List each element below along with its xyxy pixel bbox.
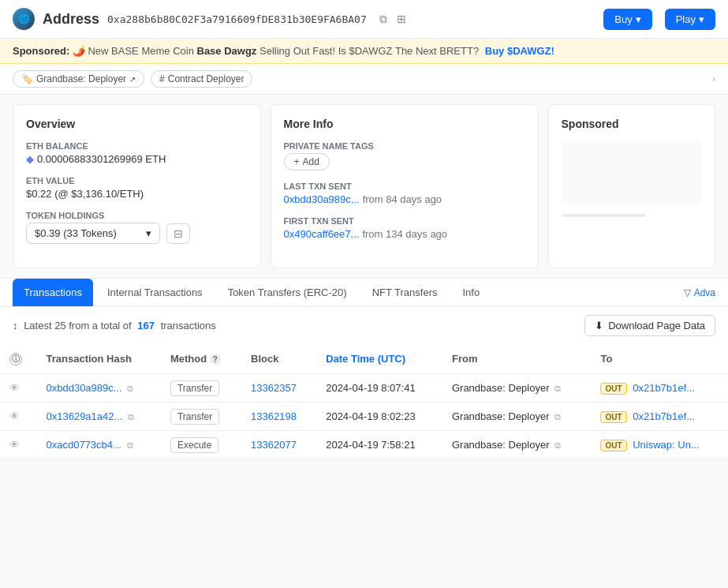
eth-value-row: ETH VALUE $0.22 (@ $3,136.10/ETH) bbox=[26, 176, 248, 200]
buy-button[interactable]: Buy ▾ bbox=[603, 9, 651, 30]
tx-hash-link[interactable]: 0xacd0773cb4... bbox=[46, 439, 121, 451]
eth-balance-row: ETH BALANCE ◆ 0.00006883301269969 ETH bbox=[26, 141, 248, 165]
tab-nft-transfers-label: NFT Transfers bbox=[372, 287, 438, 298]
sort-icon: ↕ bbox=[13, 320, 18, 331]
advanced-filter-button[interactable]: ▽ Adva bbox=[684, 283, 715, 303]
copy-hash-icon[interactable]: ⧉ bbox=[127, 440, 133, 450]
more-info-panel: More Info PRIVATE NAME TAGS + Add LAST T… bbox=[271, 104, 539, 268]
to-address-link[interactable]: 0x21b7b1ef... bbox=[633, 410, 695, 422]
last-txn-hash[interactable]: 0xbdd30a989c... bbox=[284, 193, 360, 205]
filter-icon: ▽ bbox=[684, 287, 691, 298]
block-link[interactable]: 13362357 bbox=[251, 382, 297, 394]
play-button[interactable]: Play ▾ bbox=[665, 9, 715, 30]
play-label: Play bbox=[676, 13, 696, 25]
token-holdings-dropdown[interactable]: $0.39 (33 Tokens) ▾ bbox=[26, 223, 160, 244]
col-eye: ⓘ bbox=[0, 344, 36, 374]
tab-info-label: Info bbox=[462, 287, 480, 298]
table-row: 👁 0xbdd30a989c... ⧉ Transfer 13362357 20… bbox=[0, 374, 728, 403]
add-tag-button[interactable]: + Add bbox=[284, 153, 330, 170]
table-summary-bar: ↕ Latest 25 from a total of 167 transact… bbox=[0, 307, 728, 344]
copy-from-icon[interactable]: ⧉ bbox=[554, 412, 561, 421]
tag-contract-deployer[interactable]: # Contract Deployer bbox=[151, 70, 252, 88]
row-eye-icon[interactable]: 👁 bbox=[9, 382, 20, 394]
total-count: 167 bbox=[137, 320, 155, 331]
logo-text: 🌐 bbox=[18, 13, 30, 24]
private-tags-row: PRIVATE NAME TAGS + Add bbox=[284, 141, 525, 170]
tab-nft-transfers[interactable]: NFT Transfers bbox=[361, 279, 449, 306]
row-eye-cell: 👁 bbox=[0, 403, 36, 431]
copy-address-button[interactable]: ⧉ bbox=[378, 11, 389, 28]
row-to-cell: OUT 0x21b7b1ef... bbox=[591, 374, 728, 403]
overview-panel: Overview ETH BALANCE ◆ 0.000068833012699… bbox=[13, 104, 261, 268]
row-to-cell: OUT 0x21b7b1ef... bbox=[591, 403, 728, 431]
download-button[interactable]: ⬇ Download Page Data bbox=[584, 315, 715, 336]
tab-info[interactable]: Info bbox=[451, 279, 491, 306]
info-panels: Overview ETH BALANCE ◆ 0.000068833012699… bbox=[0, 95, 728, 278]
sponsored-text: New BASE Meme Coin bbox=[88, 45, 193, 57]
row-eye-cell: 👁 bbox=[0, 431, 36, 459]
method-help-icon[interactable]: ? bbox=[210, 354, 221, 365]
tag-grandbase-deployer[interactable]: 🏷️ Grandbase: Deployer ↗ bbox=[13, 70, 144, 88]
buy-chevron-icon: ▾ bbox=[636, 13, 641, 25]
to-address-link[interactable]: Uniswap: Un... bbox=[633, 439, 700, 451]
tag-icon: 🏷️ bbox=[21, 73, 33, 84]
eth-value-label: ETH VALUE bbox=[26, 176, 248, 185]
qr-code-button[interactable]: ⊞ bbox=[395, 11, 408, 28]
tags-bar: 🏷️ Grandbase: Deployer ↗ # Contract Depl… bbox=[0, 64, 728, 95]
col-block: Block bbox=[241, 344, 316, 374]
col-to: To bbox=[591, 344, 728, 374]
address-value: 0xa288b6b80C02F3a7916609fDE831b30E9FA6BA… bbox=[107, 13, 367, 25]
tx-hash-link[interactable]: 0x13629a1a42... bbox=[46, 410, 122, 422]
sponsored-panel: Sponsored bbox=[548, 104, 716, 268]
token-grid-button[interactable]: ⊟ bbox=[166, 223, 190, 244]
tab-transactions[interactable]: Transactions bbox=[13, 279, 93, 306]
site-logo: 🌐 bbox=[13, 8, 35, 30]
page-label: Address bbox=[43, 11, 99, 28]
last-txn-age: from 84 days ago bbox=[363, 193, 442, 205]
col-method: Method ? bbox=[161, 344, 241, 374]
row-eye-icon[interactable]: 👁 bbox=[9, 439, 20, 451]
tab-internal-transactions[interactable]: Internal Transactions bbox=[96, 279, 214, 306]
summary-text: Latest 25 from a total of bbox=[24, 320, 132, 331]
copy-hash-icon[interactable]: ⧉ bbox=[128, 412, 134, 421]
copy-from-icon[interactable]: ⧉ bbox=[554, 440, 561, 450]
sponsored-cta[interactable]: Buy $DAWGZ! bbox=[485, 45, 554, 57]
copy-hash-icon[interactable]: ⧉ bbox=[127, 384, 133, 393]
transactions-table-wrap: ⓘ Transaction Hash Method ? Block Date T… bbox=[0, 344, 728, 459]
row-method-cell: Transfer bbox=[161, 403, 241, 431]
row-datetime-cell: 2024-04-19 8:07:41 bbox=[316, 374, 442, 403]
private-tags-label: PRIVATE NAME TAGS bbox=[284, 141, 525, 151]
table-row: 👁 0x13629a1a42... ⧉ Transfer 13362198 20… bbox=[0, 403, 728, 431]
overview-title: Overview bbox=[26, 118, 248, 130]
eye-info-icon[interactable]: ⓘ bbox=[9, 353, 22, 365]
tab-transactions-label: Transactions bbox=[24, 287, 82, 298]
eth-value-amount: $0.22 (@ $3,136.10/ETH) bbox=[26, 188, 248, 200]
row-eye-cell: 👁 bbox=[0, 374, 36, 403]
method-badge: Transfer bbox=[170, 380, 219, 396]
method-badge: Execute bbox=[170, 437, 218, 453]
download-label: Download Page Data bbox=[608, 320, 705, 331]
table-summary: ↕ Latest 25 from a total of 167 transact… bbox=[13, 320, 216, 331]
dropdown-chevron-icon: ▾ bbox=[146, 227, 151, 239]
copy-from-icon[interactable]: ⧉ bbox=[554, 384, 561, 393]
first-txn-hash[interactable]: 0x490caff6ee7... bbox=[284, 228, 360, 240]
to-address-link[interactable]: 0x21b7b1ef... bbox=[633, 382, 695, 394]
block-link[interactable]: 13362077 bbox=[251, 439, 297, 451]
row-hash-cell: 0xacd0773cb4... ⧉ bbox=[36, 431, 160, 459]
tx-hash-link[interactable]: 0xbdd30a989c... bbox=[46, 382, 121, 394]
tab-token-transfers[interactable]: Token Transfers (ERC-20) bbox=[217, 279, 358, 306]
token-holdings-row: TOKEN HOLDINGS $0.39 (33 Tokens) ▾ ⊟ bbox=[26, 211, 248, 244]
last-txn-value: 0xbdd30a989c... from 84 days ago bbox=[284, 193, 525, 205]
last-txn-label: LAST TXN SENT bbox=[284, 182, 525, 191]
col-from: From bbox=[442, 344, 592, 374]
sponsored-brand: Base Dawgz bbox=[197, 45, 257, 57]
tag-contract-label: Contract Deployer bbox=[168, 73, 245, 84]
table-header-row: ⓘ Transaction Hash Method ? Block Date T… bbox=[0, 344, 728, 374]
block-link[interactable]: 13362198 bbox=[251, 410, 297, 422]
summary-unit: transactions bbox=[161, 320, 216, 331]
row-block-cell: 13362198 bbox=[241, 403, 316, 431]
download-icon: ⬇ bbox=[595, 320, 603, 331]
row-eye-icon[interactable]: 👁 bbox=[9, 410, 20, 422]
top-bar: 🌐 Address 0xa288b6b80C02F3a7916609fDE831… bbox=[0, 0, 728, 39]
tag-hash-icon: # bbox=[159, 73, 165, 84]
